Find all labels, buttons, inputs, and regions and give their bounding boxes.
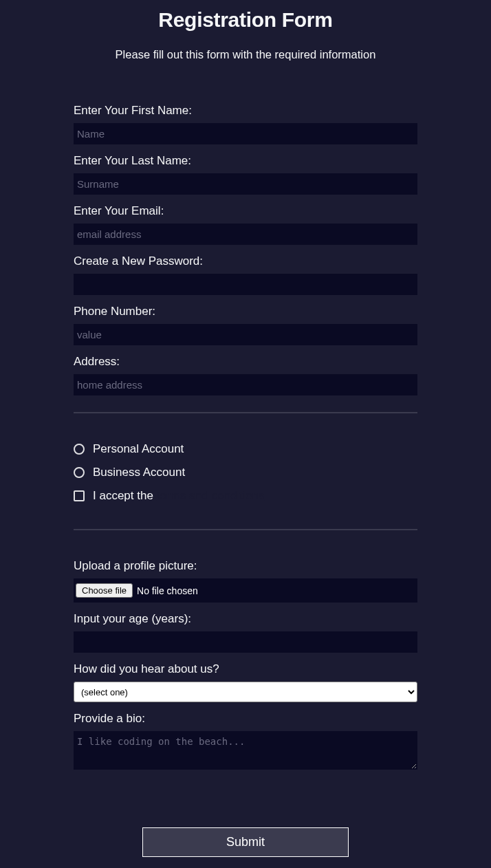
password-input[interactable] <box>74 274 417 295</box>
terms-checkbox[interactable] <box>74 490 85 501</box>
submit-button[interactable]: Submit <box>142 827 349 857</box>
personal-account-radio[interactable] <box>74 444 85 455</box>
phone-input[interactable] <box>74 324 417 345</box>
referrer-label: How did you hear about us? <box>74 662 417 676</box>
terms-text: I accept the terms and conditions <box>93 489 265 503</box>
age-input[interactable] <box>74 631 417 653</box>
business-account-radio[interactable] <box>74 467 85 478</box>
age-label: Input your age (years): <box>74 612 417 626</box>
bio-textarea[interactable] <box>74 731 417 770</box>
file-input-wrapper[interactable]: Choose file No file chosen <box>74 578 417 603</box>
password-label: Create a New Password: <box>74 254 417 268</box>
additional-info-fieldset: Upload a profile picture: Choose file No… <box>74 530 417 789</box>
choose-file-button[interactable]: Choose file <box>76 583 133 598</box>
terms-prefix: I accept the <box>93 489 157 502</box>
personal-info-fieldset: Enter Your First Name: Enter Your Last N… <box>74 94 417 413</box>
address-input[interactable] <box>74 374 417 395</box>
account-type-fieldset: Personal Account Business Account I acce… <box>74 413 417 530</box>
phone-label: Phone Number: <box>74 305 417 318</box>
personal-account-label: Personal Account <box>93 442 184 456</box>
email-label: Enter Your Email: <box>74 204 417 218</box>
bio-label: Provide a bio: <box>74 712 417 726</box>
address-label: Address: <box>74 355 417 369</box>
email-input[interactable] <box>74 224 417 245</box>
first-name-label: Enter Your First Name: <box>74 104 417 118</box>
page-subtitle: Please fill out this form with the requi… <box>74 48 417 61</box>
last-name-label: Enter Your Last Name: <box>74 154 417 168</box>
file-status-text: No file chosen <box>137 585 198 596</box>
business-account-label: Business Account <box>93 466 185 479</box>
terms-link[interactable]: terms and conditions <box>157 489 265 502</box>
last-name-input[interactable] <box>74 173 417 195</box>
first-name-input[interactable] <box>74 123 417 144</box>
upload-label: Upload a profile picture: <box>74 559 417 573</box>
page-title: Registration Form <box>74 8 417 32</box>
referrer-select[interactable]: (select one) <box>74 682 417 702</box>
